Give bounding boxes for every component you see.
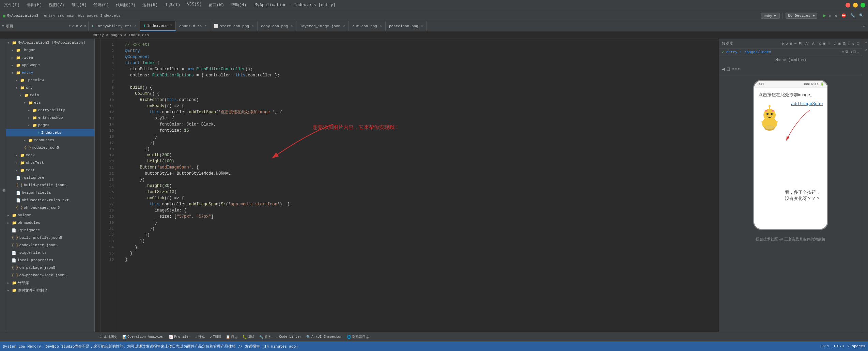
tab-cuticon[interactable]: cutIcon.png ×: [349, 21, 386, 31]
tab-close7[interactable]: ×: [380, 24, 382, 28]
filter-icon[interactable]: ⚙: [76, 24, 78, 28]
tree-hvigor-root[interactable]: ▶ 📁 hvigor: [6, 211, 94, 219]
tab-entryability[interactable]: Ε EntryAbility.ets ×: [89, 21, 140, 31]
tree-build2[interactable]: { } build-profile.json5: [6, 234, 94, 242]
menu-view[interactable]: 视图(V): [47, 1, 66, 9]
tree-root[interactable]: ▼ 📁 MyApplication3 [MyApplication]: [6, 39, 94, 46]
menu-run[interactable]: 运行(R): [141, 1, 159, 9]
tab-close2[interactable]: ×: [170, 24, 172, 28]
bottom-tab-service[interactable]: 🔧 服务: [257, 332, 273, 342]
tree-build-profile[interactable]: { } build-profile.json5: [6, 181, 94, 189]
tree-module-json[interactable]: { } module.json5: [6, 144, 94, 151]
tree-index-ets[interactable]: ⚡ Index.ets: [6, 129, 94, 136]
tree-preview[interactable]: ▶ 📁 .preview: [6, 76, 94, 84]
path-icon2[interactable]: ⧉: [846, 50, 848, 54]
entry-dropdown[interactable]: entry ▼: [761, 13, 780, 19]
tree-gitignore2[interactable]: 📄 .gitignore: [6, 226, 94, 234]
more-tabs-icon[interactable]: ⋯: [863, 24, 865, 28]
tree-hvigor2[interactable]: 📄 hvigorfile.ts: [6, 249, 94, 257]
tree-ohpkg-lock[interactable]: { } oh-package-lock.json5: [6, 272, 94, 279]
tree-src[interactable]: ▼ 📁 src: [6, 84, 94, 91]
tree-entryability[interactable]: ▶ 📁 entryability: [6, 106, 94, 114]
add-icon[interactable]: +: [69, 24, 71, 28]
path-icon1[interactable]: ⊞: [842, 50, 844, 54]
tree-pages[interactable]: ▼ 📁 pages: [6, 121, 94, 129]
bottom-tab-migrate[interactable]: ↗ 迁移: [193, 332, 207, 342]
maximize-btn[interactable]: [861, 3, 865, 8]
tree-temp[interactable]: ▶ 📁 临时文件和控制台: [6, 287, 94, 294]
tree-appscope[interactable]: ▶ 📁 AppScope: [6, 61, 94, 69]
tree-hvigorfile[interactable]: 📄 hvigorfile.ts: [6, 189, 94, 196]
tab-pastel[interactable]: pastelcon.png ×: [386, 21, 427, 31]
window-controls[interactable]: [846, 3, 865, 8]
toolbar-icon5[interactable]: 🔍: [858, 13, 865, 18]
tree-mock[interactable]: ▶ 📁 mock: [6, 151, 94, 159]
menu-help[interactable]: 帮助(H): [70, 1, 88, 9]
menu-tools[interactable]: 工具(T): [163, 1, 182, 9]
tab-copyicon[interactable]: copyIcon.png ×: [258, 21, 296, 31]
bottom-tab-browser-log[interactable]: 🌐 浏览器日志: [345, 332, 371, 342]
code-text[interactable]: // xxx.ets @Entry @Component struct Inde…: [116, 39, 719, 332]
toolbar-icon4[interactable]: 🔧: [849, 13, 856, 18]
menu-snippet[interactable]: 代码段(P): [114, 1, 137, 9]
memory-warning[interactable]: System Low Memory: DevEco Studio内存不足，这可能…: [3, 344, 298, 349]
tab-close6[interactable]: ×: [343, 24, 345, 28]
tab-layered[interactable]: layered_image.json ×: [296, 21, 349, 31]
tree-ohmodules[interactable]: ▶ 📁 oh_modules: [6, 219, 94, 226]
bottom-tab-profiler[interactable]: 📈 Profiler: [167, 332, 192, 342]
add-imagespan-button-preview[interactable]: addImageSpan: [791, 101, 823, 106]
right-tab2[interactable]: B: [864, 49, 867, 50]
expand-icon[interactable]: ⤢: [79, 24, 82, 28]
tab-close5[interactable]: ×: [291, 24, 293, 28]
project-dropdown-icon[interactable]: ≡: [2, 24, 4, 28]
tab-close[interactable]: ×: [134, 24, 136, 28]
tree-ohpkg2[interactable]: { } oh-package.json5: [6, 264, 94, 272]
bottom-tab-todo[interactable]: ✓ TODO: [208, 332, 223, 342]
tree-oh-package[interactable]: { } oh-package.json5: [6, 204, 94, 211]
close-sidebar-icon[interactable]: ×: [84, 24, 86, 28]
bottom-tab-debug[interactable]: 🐛 调试: [241, 332, 257, 342]
toolbar-icon1[interactable]: ⚙: [827, 13, 833, 18]
preview-settings-icon[interactable]: ⚙: [781, 41, 784, 46]
tree-main[interactable]: ▼ 📁 main: [6, 91, 94, 99]
menu-file[interactable]: 文件(F): [3, 1, 21, 9]
toolbar-icon2[interactable]: ↺: [834, 13, 839, 18]
home-icon[interactable]: □: [727, 67, 729, 72]
right-tab1[interactable]: A: [864, 42, 867, 43]
tree-idea[interactable]: ▶ 📁 .idea: [6, 54, 94, 61]
tree-hngor[interactable]: ▶ 📁 .hngor: [6, 46, 94, 54]
tree-resources[interactable]: ▶ 📁 resources: [6, 136, 94, 144]
bottom-tab-history[interactable]: ⏱ 本地历史: [97, 332, 120, 342]
tab-enums[interactable]: enums.d.ts ×: [176, 21, 210, 31]
tree-codelint[interactable]: { } code-linter.json5: [6, 242, 94, 249]
tree-entry[interactable]: ▼ 📁 entry: [6, 69, 94, 76]
close-btn[interactable]: [846, 3, 850, 8]
menu-code[interactable]: 代码(C): [92, 1, 110, 9]
tab-close3[interactable]: ×: [204, 24, 206, 28]
sync-icon[interactable]: ↺: [72, 24, 75, 28]
tab-close8[interactable]: ×: [421, 24, 423, 28]
bottom-tab-analyzer[interactable]: 📊 Operation Analyzer: [120, 332, 166, 342]
back-icon[interactable]: ◀: [722, 66, 725, 72]
toolbar-icon3[interactable]: ⛔: [840, 13, 848, 18]
tree-ets[interactable]: ▼ 📁 ets: [6, 99, 94, 106]
tree-entrybackup[interactable]: ▶ 📁 entrybackup: [6, 114, 94, 121]
menu-help2[interactable]: 帮助(H): [230, 1, 248, 9]
add-imagespan-label[interactable]: addImageSpan: [791, 101, 823, 106]
tree-local-props[interactable]: 📄 local.properties: [6, 257, 94, 264]
tree-ohostest[interactable]: ▶ 📁 ohosTest: [6, 159, 94, 166]
tab-index[interactable]: I Index.ets ×: [140, 21, 176, 31]
preview-more-icon[interactable]: ⋯: [794, 41, 797, 46]
menu-edit[interactable]: 编辑(E): [25, 1, 44, 9]
tree-obfuscation[interactable]: 📄 obfuscation-rules.txt: [6, 196, 94, 204]
menu-vcs[interactable]: VCS(S): [186, 1, 203, 9]
menu-window[interactable]: 窗口(W): [207, 1, 226, 9]
preview-grid-icon[interactable]: ⊞: [790, 41, 792, 46]
devices-dropdown[interactable]: No Devices ▼: [786, 13, 817, 19]
menu-bar[interactable]: 文件(F) 编辑(E) 视图(V) 帮助(H) 代码(C) 代码段(P) 运行(…: [3, 1, 248, 9]
bottom-tab-linter[interactable]: ✦ Code Linter: [274, 332, 304, 342]
minimize-btn[interactable]: [853, 3, 858, 8]
path-icon3[interactable]: ↺: [850, 50, 852, 54]
tab-starticon[interactable]: ⬜ startIcon.png ×: [210, 21, 258, 31]
path-icon4[interactable]: □: [853, 50, 856, 54]
